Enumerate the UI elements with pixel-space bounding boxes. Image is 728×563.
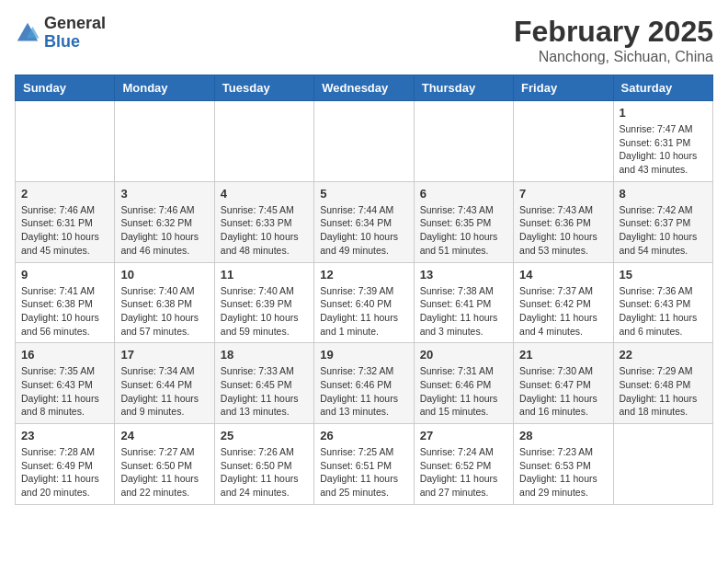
day-info: Sunrise: 7:31 AM Sunset: 6:46 PM Dayligh… <box>420 364 507 419</box>
calendar-cell: 27Sunrise: 7:24 AM Sunset: 6:52 PM Dayli… <box>414 424 513 505</box>
day-info: Sunrise: 7:41 AM Sunset: 6:38 PM Dayligh… <box>21 284 108 339</box>
day-info: Sunrise: 7:43 AM Sunset: 6:35 PM Dayligh… <box>420 203 507 258</box>
calendar-cell <box>514 101 613 182</box>
day-info: Sunrise: 7:38 AM Sunset: 6:41 PM Dayligh… <box>420 284 507 339</box>
day-number: 25 <box>221 429 308 442</box>
day-info: Sunrise: 7:43 AM Sunset: 6:36 PM Dayligh… <box>519 203 607 258</box>
calendar-cell: 7Sunrise: 7:43 AM Sunset: 6:36 PM Daylig… <box>514 181 613 262</box>
calendar-cell: 3Sunrise: 7:46 AM Sunset: 6:32 PM Daylig… <box>115 181 214 262</box>
weekday-header-sunday: Sunday <box>16 75 115 101</box>
day-number: 14 <box>519 268 607 282</box>
day-info: Sunrise: 7:39 AM Sunset: 6:40 PM Dayligh… <box>320 284 407 339</box>
day-number: 9 <box>21 268 108 282</box>
day-number: 5 <box>320 187 407 201</box>
calendar-cell: 24Sunrise: 7:27 AM Sunset: 6:50 PM Dayli… <box>115 424 214 505</box>
day-info: Sunrise: 7:46 AM Sunset: 6:31 PM Dayligh… <box>21 203 108 258</box>
calendar-cell <box>214 101 313 182</box>
calendar-cell: 18Sunrise: 7:33 AM Sunset: 6:45 PM Dayli… <box>214 343 313 424</box>
day-info: Sunrise: 7:33 AM Sunset: 6:45 PM Dayligh… <box>221 364 308 419</box>
day-info: Sunrise: 7:25 AM Sunset: 6:51 PM Dayligh… <box>320 445 407 500</box>
calendar-cell: 28Sunrise: 7:23 AM Sunset: 6:53 PM Dayli… <box>514 424 613 505</box>
day-number: 4 <box>221 187 308 201</box>
day-number: 21 <box>519 348 607 362</box>
calendar-cell: 12Sunrise: 7:39 AM Sunset: 6:40 PM Dayli… <box>314 262 414 343</box>
calendar-cell: 26Sunrise: 7:25 AM Sunset: 6:51 PM Dayli… <box>314 424 414 505</box>
calendar-cell: 10Sunrise: 7:40 AM Sunset: 6:38 PM Dayli… <box>115 262 214 343</box>
calendar-cell: 21Sunrise: 7:30 AM Sunset: 6:47 PM Dayli… <box>514 343 613 424</box>
calendar-cell: 13Sunrise: 7:38 AM Sunset: 6:41 PM Dayli… <box>414 262 513 343</box>
day-number: 27 <box>420 429 507 442</box>
calendar-cell: 5Sunrise: 7:44 AM Sunset: 6:34 PM Daylig… <box>314 181 414 262</box>
day-info: Sunrise: 7:32 AM Sunset: 6:46 PM Dayligh… <box>320 364 407 419</box>
calendar-cell: 15Sunrise: 7:36 AM Sunset: 6:43 PM Dayli… <box>613 262 712 343</box>
day-number: 6 <box>420 187 507 201</box>
day-number: 8 <box>620 187 707 201</box>
day-number: 18 <box>221 348 308 362</box>
day-number: 15 <box>620 268 707 282</box>
day-number: 13 <box>420 268 507 282</box>
calendar-cell: 22Sunrise: 7:29 AM Sunset: 6:48 PM Dayli… <box>613 343 712 424</box>
day-info: Sunrise: 7:37 AM Sunset: 6:42 PM Dayligh… <box>519 284 607 339</box>
logo-icon <box>15 20 40 46</box>
location: Nanchong, Sichuan, China <box>514 49 713 65</box>
page-header: General Blue February 2025 Nanchong, Sic… <box>15 15 713 65</box>
day-info: Sunrise: 7:45 AM Sunset: 6:33 PM Dayligh… <box>221 203 308 258</box>
calendar-cell <box>115 101 214 182</box>
day-info: Sunrise: 7:40 AM Sunset: 6:38 PM Dayligh… <box>120 284 208 339</box>
calendar-cell: 4Sunrise: 7:45 AM Sunset: 6:33 PM Daylig… <box>214 181 313 262</box>
day-info: Sunrise: 7:44 AM Sunset: 6:34 PM Dayligh… <box>320 203 407 258</box>
calendar-cell: 6Sunrise: 7:43 AM Sunset: 6:35 PM Daylig… <box>414 181 513 262</box>
day-number: 20 <box>420 348 507 362</box>
day-number: 11 <box>221 268 308 282</box>
calendar-cell: 23Sunrise: 7:28 AM Sunset: 6:49 PM Dayli… <box>16 424 115 505</box>
day-info: Sunrise: 7:23 AM Sunset: 6:53 PM Dayligh… <box>519 445 607 500</box>
calendar-cell <box>314 101 414 182</box>
title-area: February 2025 Nanchong, Sichuan, China <box>514 15 713 65</box>
day-info: Sunrise: 7:30 AM Sunset: 6:47 PM Dayligh… <box>519 364 607 419</box>
day-number: 7 <box>519 187 607 201</box>
day-info: Sunrise: 7:35 AM Sunset: 6:43 PM Dayligh… <box>21 364 108 419</box>
calendar-cell <box>16 101 115 182</box>
day-info: Sunrise: 7:26 AM Sunset: 6:50 PM Dayligh… <box>221 445 308 500</box>
day-info: Sunrise: 7:40 AM Sunset: 6:39 PM Dayligh… <box>221 284 308 339</box>
weekday-header-saturday: Saturday <box>613 75 712 101</box>
logo: General Blue <box>15 15 106 52</box>
day-info: Sunrise: 7:42 AM Sunset: 6:37 PM Dayligh… <box>620 203 707 258</box>
day-number: 2 <box>21 187 108 201</box>
calendar-cell: 1Sunrise: 7:47 AM Sunset: 6:31 PM Daylig… <box>613 101 712 182</box>
day-number: 22 <box>620 348 707 362</box>
day-number: 19 <box>320 348 407 362</box>
day-number: 17 <box>120 348 208 362</box>
day-info: Sunrise: 7:46 AM Sunset: 6:32 PM Dayligh… <box>120 203 208 258</box>
calendar-cell: 25Sunrise: 7:26 AM Sunset: 6:50 PM Dayli… <box>214 424 313 505</box>
weekday-header-thursday: Thursday <box>414 75 513 101</box>
day-number: 16 <box>21 348 108 362</box>
calendar-cell: 8Sunrise: 7:42 AM Sunset: 6:37 PM Daylig… <box>613 181 712 262</box>
calendar-cell: 20Sunrise: 7:31 AM Sunset: 6:46 PM Dayli… <box>414 343 513 424</box>
calendar-cell: 2Sunrise: 7:46 AM Sunset: 6:31 PM Daylig… <box>16 181 115 262</box>
weekday-header-wednesday: Wednesday <box>314 75 414 101</box>
day-number: 10 <box>120 268 208 282</box>
calendar-cell: 9Sunrise: 7:41 AM Sunset: 6:38 PM Daylig… <box>16 262 115 343</box>
day-info: Sunrise: 7:36 AM Sunset: 6:43 PM Dayligh… <box>620 284 707 339</box>
day-number: 28 <box>519 429 607 442</box>
day-info: Sunrise: 7:27 AM Sunset: 6:50 PM Dayligh… <box>120 445 208 500</box>
day-info: Sunrise: 7:34 AM Sunset: 6:44 PM Dayligh… <box>120 364 208 419</box>
calendar-cell: 17Sunrise: 7:34 AM Sunset: 6:44 PM Dayli… <box>115 343 214 424</box>
calendar-cell: 11Sunrise: 7:40 AM Sunset: 6:39 PM Dayli… <box>214 262 313 343</box>
calendar-cell <box>414 101 513 182</box>
day-number: 26 <box>320 429 407 442</box>
weekday-header-tuesday: Tuesday <box>214 75 313 101</box>
weekday-header-friday: Friday <box>514 75 613 101</box>
weekday-header-monday: Monday <box>115 75 214 101</box>
calendar-table: SundayMondayTuesdayWednesdayThursdayFrid… <box>15 75 713 505</box>
day-info: Sunrise: 7:28 AM Sunset: 6:49 PM Dayligh… <box>21 445 108 500</box>
day-info: Sunrise: 7:24 AM Sunset: 6:52 PM Dayligh… <box>420 445 507 500</box>
day-info: Sunrise: 7:29 AM Sunset: 6:48 PM Dayligh… <box>620 364 707 419</box>
day-number: 1 <box>620 106 707 120</box>
day-number: 12 <box>320 268 407 282</box>
month-title: February 2025 <box>514 15 713 49</box>
logo-text: General Blue <box>44 15 106 52</box>
calendar-cell: 14Sunrise: 7:37 AM Sunset: 6:42 PM Dayli… <box>514 262 613 343</box>
calendar-cell <box>613 424 712 505</box>
